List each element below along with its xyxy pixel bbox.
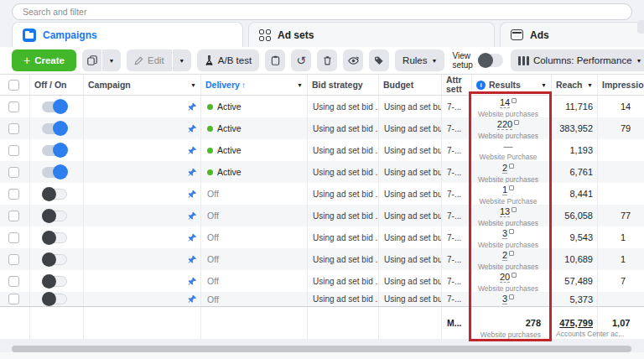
- result-value[interactable]: 13: [500, 207, 510, 217]
- row-checkbox[interactable]: [8, 101, 19, 112]
- row-checkbox[interactable]: [8, 294, 19, 304]
- pin-icon[interactable]: [188, 211, 197, 221]
- header-reach[interactable]: Reach: [552, 75, 598, 95]
- bid-strategy-cell: Using ad set bid ...: [308, 183, 379, 205]
- view-setup-toggle[interactable]: [478, 54, 503, 67]
- row-toggle[interactable]: [42, 167, 67, 178]
- result-value[interactable]: 3: [502, 294, 507, 304]
- pin-icon[interactable]: [188, 255, 197, 264]
- rules-button[interactable]: Rules: [395, 49, 444, 71]
- bid-strategy-cell: Using ad set bid ...: [308, 270, 379, 292]
- result-value[interactable]: 1: [502, 185, 507, 195]
- delivery-cell: Off: [201, 270, 308, 292]
- row-checkbox[interactable]: [8, 123, 19, 134]
- undo-button[interactable]: ↺: [291, 49, 311, 71]
- row-toggle[interactable]: [42, 101, 67, 112]
- reach-cell: 57,489: [552, 270, 598, 292]
- row-toggle[interactable]: [42, 123, 67, 134]
- delivery-status-label: Off: [207, 189, 219, 199]
- delivery-status-label: Off: [207, 276, 219, 286]
- table-row: Off Using ad set bid ... Using ad set bu…: [0, 183, 644, 205]
- header-delivery[interactable]: Delivery: [201, 75, 308, 95]
- horizontal-scrollbar[interactable]: [12, 346, 631, 352]
- result-label: Website purchases: [478, 132, 538, 139]
- impressions-cell: [598, 292, 644, 306]
- create-button[interactable]: + Create: [12, 49, 76, 71]
- delete-button[interactable]: [317, 49, 337, 71]
- pin-icon[interactable]: [188, 168, 197, 177]
- row-checkbox[interactable]: [8, 232, 19, 243]
- edit-button[interactable]: Edit: [127, 49, 173, 71]
- tab-campaigns[interactable]: Campaigns: [12, 22, 243, 47]
- row-toggle[interactable]: [42, 145, 67, 156]
- ads-manager-screen: Search and filter Campaigns Ad sets Ads …: [0, 0, 644, 359]
- result-label: Website purchases: [478, 241, 538, 248]
- pin-icon[interactable]: [188, 294, 197, 304]
- ab-test-button[interactable]: A/B test: [197, 49, 259, 71]
- row-toggle[interactable]: [42, 294, 67, 304]
- pin-icon[interactable]: [188, 190, 197, 199]
- columns-button[interactable]: Columns: Performance: [511, 49, 644, 71]
- duplicate-button[interactable]: [82, 49, 102, 71]
- attribution-cell: 7-...: [442, 205, 472, 226]
- pin-icon[interactable]: [188, 124, 197, 133]
- footnote-icon: [512, 207, 517, 212]
- result-value[interactable]: 2: [502, 164, 507, 174]
- reach-cell: 6,761: [552, 161, 598, 183]
- impressions-cell: 1: [598, 226, 644, 248]
- campaign-cell: [84, 270, 201, 292]
- result-value[interactable]: 220: [497, 120, 512, 130]
- pin-icon[interactable]: [188, 233, 197, 242]
- pin-icon[interactable]: [188, 146, 197, 155]
- clipped-edge-button[interactable]: [637, 20, 644, 34]
- attribution-cell: 7-...: [442, 248, 472, 270]
- edit-dropdown-button[interactable]: [173, 49, 191, 71]
- active-status-icon: [207, 169, 213, 175]
- tab-ads[interactable]: Ads: [500, 22, 644, 47]
- duplicate-dropdown-button[interactable]: [102, 49, 121, 71]
- export-button[interactable]: [265, 49, 285, 71]
- pin-icon[interactable]: [188, 102, 197, 112]
- result-value[interactable]: —: [504, 142, 513, 151]
- row-checkbox[interactable]: [8, 254, 19, 265]
- tag-button[interactable]: [369, 49, 389, 71]
- result-value[interactable]: 2: [502, 251, 507, 261]
- toolbar: + Create Edit A/B test: [0, 47, 644, 74]
- ads-frame-icon: [511, 29, 523, 40]
- row-toggle[interactable]: [42, 189, 67, 200]
- delivery-cell: Off: [201, 248, 308, 270]
- result-value[interactable]: 3: [502, 229, 507, 239]
- pin-icon[interactable]: [188, 277, 197, 286]
- select-all-checkbox[interactable]: [8, 80, 19, 91]
- row-toggle[interactable]: [42, 211, 67, 221]
- impressions-cell: 79: [598, 117, 644, 139]
- result-value[interactable]: 14: [500, 98, 510, 108]
- row-toggle[interactable]: [42, 276, 67, 287]
- summary-reach-value[interactable]: 475,799: [559, 318, 593, 328]
- row-toggle[interactable]: [42, 232, 67, 243]
- header-campaign[interactable]: Campaign: [84, 75, 201, 95]
- footnote-icon: [509, 251, 514, 256]
- row-checkbox[interactable]: [8, 167, 19, 178]
- delivery-status-label: Active: [217, 123, 242, 133]
- search-input[interactable]: Search and filter: [12, 3, 632, 20]
- bid-strategy-cell: Using ad set bid ...: [308, 117, 379, 139]
- row-toggle[interactable]: [42, 254, 67, 265]
- impressions-cell: [598, 183, 644, 205]
- row-checkbox[interactable]: [8, 211, 19, 221]
- row-checkbox[interactable]: [8, 189, 19, 200]
- preview-button[interactable]: [343, 49, 363, 71]
- bid-strategy-cell: Using ad set bid ...: [308, 161, 379, 183]
- info-icon[interactable]: i: [476, 81, 486, 90]
- table-row: Off Using ad set bid ... Using ad set bu…: [0, 292, 644, 306]
- row-checkbox[interactable]: [8, 145, 19, 156]
- results-cell: 2 Website purchases: [472, 161, 552, 183]
- results-cell: — Website Purchase: [472, 139, 552, 161]
- tab-ad-sets[interactable]: Ad sets: [248, 22, 495, 47]
- header-results[interactable]: iResults: [472, 75, 552, 95]
- row-checkbox[interactable]: [8, 276, 19, 287]
- attribution-cell: 7-...: [442, 226, 472, 248]
- result-value[interactable]: 20: [500, 273, 510, 283]
- rules-button-label: Rules: [402, 55, 427, 65]
- budget-cell: Using ad set bud...: [379, 183, 442, 205]
